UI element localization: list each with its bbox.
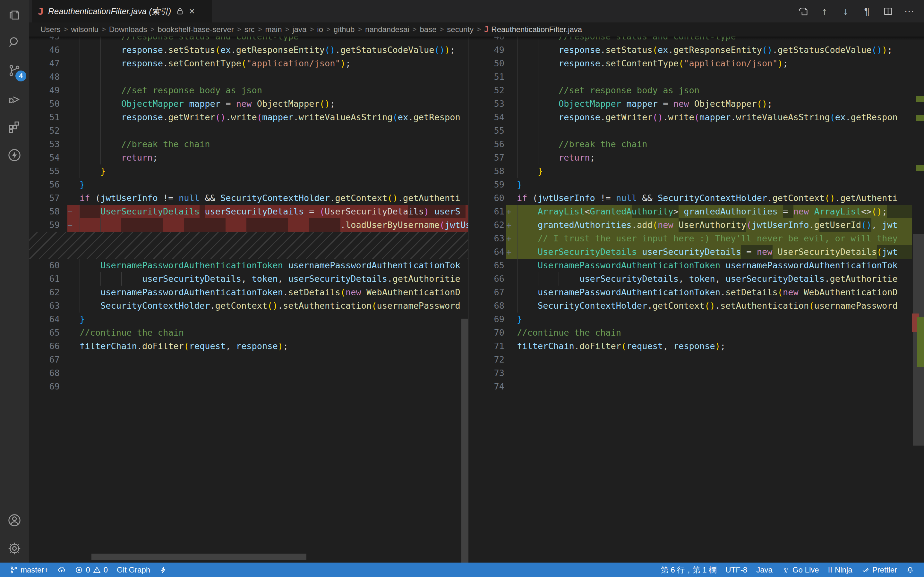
lock-icon	[176, 7, 184, 16]
line-number: 66	[468, 272, 506, 285]
breadcrumb-separator: >	[64, 25, 68, 34]
diff-sign	[67, 43, 76, 57]
overview-ruler[interactable]	[912, 37, 924, 562]
tab-reauthenticationfilter[interactable]: J ReauthenticationFilter.java (索引) ×	[32, 0, 212, 23]
sync-status[interactable]	[53, 562, 70, 577]
breadcrumb-item[interactable]: nandandesai	[365, 25, 409, 34]
breadcrumb-item[interactable]: Downloads	[109, 25, 147, 34]
git-graph-button[interactable]: Git Graph	[112, 562, 155, 577]
line-number: 65	[468, 259, 506, 272]
code-line: 62+ grantedAuthorities.add(new UserAutho…	[468, 218, 924, 232]
diff-sign	[506, 272, 513, 285]
breadcrumb-separator: >	[258, 25, 262, 34]
run-debug-icon[interactable]	[0, 85, 29, 113]
code-line: 56 //break the chain	[468, 137, 924, 151]
encoding-status[interactable]: UTF-8	[721, 562, 752, 577]
branch-status[interactable]: master+	[5, 562, 53, 577]
flash-status[interactable]	[155, 562, 172, 577]
code-line: 54 response.getWriter().write(mapper.wri…	[468, 111, 924, 124]
diff-sign	[506, 97, 513, 111]
account-icon[interactable]	[0, 506, 29, 534]
diff-sign	[506, 37, 513, 43]
line-number: 55	[468, 124, 506, 137]
breadcrumb-item[interactable]: io	[317, 25, 323, 34]
breadcrumb-separator: >	[150, 25, 155, 34]
open-changes-icon[interactable]	[795, 3, 812, 19]
problems-status[interactable]: 0 0	[70, 562, 112, 577]
extensions-icon[interactable]	[0, 113, 29, 141]
more-actions-icon[interactable]: ⋯	[901, 3, 918, 19]
line-number: 46	[29, 43, 67, 57]
previous-change-icon[interactable]: ↑	[816, 3, 833, 19]
breadcrumb-separator: >	[326, 25, 330, 34]
errors-count: 0	[86, 566, 90, 574]
cursor-position[interactable]: 第 6 行，第 1 欄	[656, 562, 721, 577]
line-number: 53	[468, 97, 506, 111]
breadcrumb-item[interactable]: security	[447, 25, 473, 34]
notifications-status[interactable]	[901, 562, 919, 577]
check-icon	[861, 566, 870, 574]
diff-sign	[506, 84, 513, 97]
explorer-icon[interactable]	[0, 0, 29, 28]
line-number: 54	[468, 111, 506, 124]
go-live-button[interactable]: Go Live	[777, 562, 824, 577]
code-line: 60 UsernamePasswordAuthenticationToken u…	[29, 259, 468, 272]
code-line: 58− UserSecurityDetails userSecurityDeta…	[29, 205, 468, 218]
code-line: 48 //response status and content-type	[468, 37, 924, 43]
diff-sign: −	[67, 218, 76, 232]
breadcrumb-item[interactable]: Users	[40, 25, 61, 34]
code-content	[513, 70, 924, 84]
original-editor-pane[interactable]: 45 //response status and content-type46 …	[29, 37, 468, 562]
modified-editor-pane[interactable]: 48 //response status and content-type49 …	[468, 37, 924, 562]
left-vertical-scrollbar[interactable]	[461, 319, 468, 562]
diff-sign	[67, 299, 76, 313]
next-change-icon[interactable]: ↓	[837, 3, 854, 19]
search-icon[interactable]	[0, 28, 29, 56]
code-content: .loadUserByUsername(jwtUs	[76, 218, 468, 232]
line-number: 57	[468, 151, 506, 164]
ninja-status[interactable]: II Ninja	[824, 562, 857, 577]
code-content: //response status and content-type	[513, 37, 924, 43]
breadcrumb-item[interactable]: wilsonlu	[71, 25, 99, 34]
code-content: return;	[513, 151, 924, 164]
breadcrumb-item[interactable]: java	[292, 25, 306, 34]
split-editor-icon[interactable]	[880, 3, 897, 19]
breadcrumb-item[interactable]: base	[420, 25, 436, 34]
breadcrumb-item[interactable]: bookshelf-base-server	[158, 25, 234, 34]
line-number: 58	[29, 205, 67, 218]
left-horizontal-scrollbar[interactable]	[91, 554, 306, 560]
breadcrumb-item-file[interactable]: ReauthenticationFilter.java	[491, 25, 582, 34]
breadcrumb-item[interactable]: main	[265, 25, 282, 34]
code-content	[76, 366, 468, 380]
line-number: 50	[468, 57, 506, 70]
thunder-client-icon[interactable]	[0, 141, 29, 169]
code-content: usernamePasswordAuthenticationToken.setD…	[513, 285, 924, 299]
render-whitespace-icon[interactable]: ¶	[859, 3, 875, 19]
diff-sign	[67, 70, 76, 84]
diff-sign	[67, 37, 76, 43]
java-file-icon: J	[38, 6, 44, 17]
errors-icon	[75, 566, 83, 574]
code-content	[76, 353, 468, 366]
breadcrumb-item[interactable]: src	[244, 25, 255, 34]
prettier-status[interactable]: Prettier	[857, 562, 901, 577]
code-content: if (jwtUserInfo != null && SecurityConte…	[76, 191, 468, 205]
breadcrumb-item[interactable]: github	[334, 25, 355, 34]
line-number: 61	[468, 205, 506, 218]
code-line: 57 return;	[468, 151, 924, 164]
code-content: SecurityContextHolder.getContext().setAu…	[513, 299, 924, 313]
line-number: 59	[468, 178, 506, 191]
breadcrumb[interactable]: Users>wilsonlu>Downloads>bookshelf-base-…	[29, 23, 924, 37]
code-line: 50 response.setContentType("application/…	[468, 57, 924, 70]
source-control-icon[interactable]: 4	[0, 56, 29, 85]
diff-sash[interactable]	[468, 37, 468, 562]
settings-gear-icon[interactable]	[0, 534, 29, 562]
code-line: 71filterChain.doFilter(request, response…	[468, 340, 924, 353]
language-mode[interactable]: Java	[752, 562, 777, 577]
code-content: }	[76, 178, 468, 191]
close-icon[interactable]: ×	[189, 6, 195, 16]
code-line: 46 response.setStatus(ex.getResponseEnti…	[29, 43, 468, 57]
diff-sign	[506, 111, 513, 124]
line-number: 56	[29, 178, 67, 191]
code-line: 61 userSecurityDetails, token, userSecur…	[29, 272, 468, 285]
